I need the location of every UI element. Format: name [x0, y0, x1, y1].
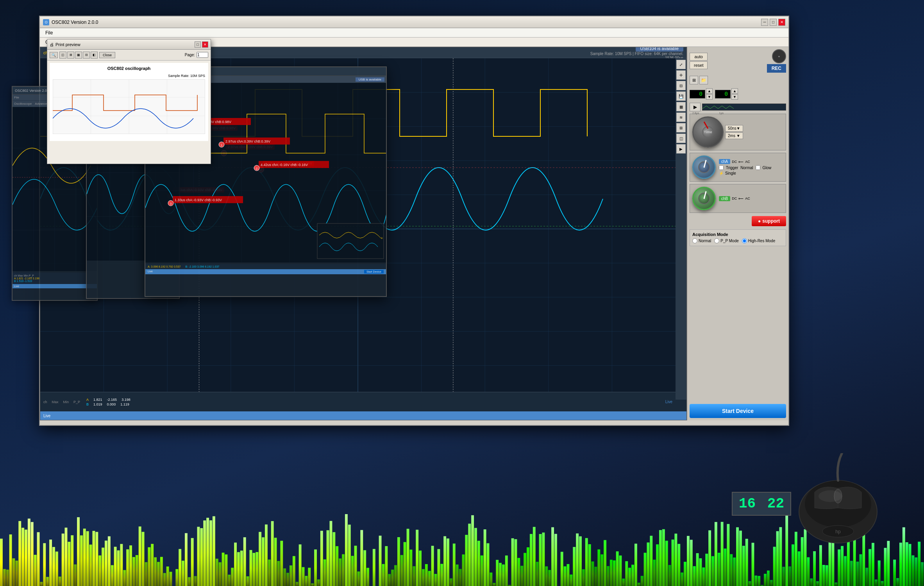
reset-button[interactable]: reset [690, 61, 708, 69]
close-button[interactable]: ✕ [778, 19, 785, 26]
bg-meas-a: A 1.821 -2.165 3.198 [14, 277, 95, 280]
menu-bar: File [40, 28, 788, 38]
print-icon-3[interactable]: ▦ [75, 52, 82, 59]
print-graph-title: OSC802 oscillograph [53, 66, 205, 71]
print-close-button[interactable]: Close [99, 52, 115, 58]
svg-point-75 [819, 490, 842, 502]
cha-controls: chA DC ⟵ AC Trigger Normal Glow [719, 159, 771, 175]
cha-knob[interactable] [692, 155, 716, 179]
counter-left: 0 [690, 90, 705, 98]
expand-icon[interactable]: ◫ [676, 134, 686, 143]
increment-left[interactable]: ▲ [706, 88, 713, 94]
zoom-icon[interactable]: ⤢ [676, 60, 686, 69]
svg-text:4.42us chA:-0.16V chB:-0.16V: 4.42us chA:-0.16V chB:-0.16V [261, 163, 308, 167]
eq-icon[interactable]: ⊞ [690, 76, 698, 84]
measure-icon[interactable]: ⊟ [676, 81, 686, 90]
bg-win1-menu-file: File [14, 96, 19, 99]
spinner-left: ▲ ▼ [706, 88, 713, 100]
print-icon-4[interactable]: ⊟ [83, 52, 90, 59]
cha-dc-label: DC [732, 160, 737, 164]
app-icon: ⊙ [43, 19, 49, 25]
play-button[interactable]: ▶ [690, 103, 701, 111]
print-preview-maximize[interactable]: □ [195, 41, 201, 48]
acq-highres-radio[interactable] [742, 238, 747, 243]
sample-rate-info: Sample Rate: 10M SPS | FIFO size: 64K pe… [590, 52, 683, 56]
meas-chb-max: 1.019 [93, 402, 102, 406]
bg-win1-meas: ch Max Min P_P A 1.821 -2.165 3.198 B 1.… [13, 273, 97, 284]
support-button[interactable]: ● support [752, 216, 786, 226]
meas-data: A 1.821 -2.165 3.198 B 1.019 0.000 1.119 [86, 398, 130, 406]
glow-checkbox[interactable] [756, 165, 760, 170]
print-preview-toolbar: 🔍 ◫ ⊞ ▦ ⊟ ◧ Close Page: [47, 50, 211, 61]
print-icon-2[interactable]: ⊞ [67, 52, 74, 59]
app-title: OSC802 Version 2.0.0 [52, 20, 759, 25]
print-preview-win-controls: □ ✕ [195, 41, 208, 48]
svg-text:1.33us chA:-0.93V chB:-0.93V: 1.33us chA:-0.93V chB:-0.93V [175, 198, 222, 202]
glow-label: Glow [763, 166, 772, 170]
single-label: Single [725, 171, 736, 175]
page-number-input[interactable] [197, 52, 208, 58]
svg-text:hp: hp [835, 529, 841, 534]
chart-icon[interactable]: ▦ [676, 102, 686, 111]
counter-right: 0 [715, 90, 731, 98]
support-row: ● support [690, 216, 786, 226]
spinner-right: ▲ ▼ [731, 88, 738, 100]
meas-cha-label: A [86, 398, 89, 402]
cha-knob-row: chA DC ⟵ AC Trigger Normal Glow [692, 155, 783, 179]
status-live-bottom: Live [43, 414, 50, 418]
decrement-left[interactable]: ▼ [706, 94, 713, 100]
side-toolbar: ⤢ ✛ ⊟ 💾 ▦ ≋ ⊞ ◫ ▶ [676, 58, 686, 400]
acq-pp-radio[interactable] [714, 238, 719, 243]
save-icon[interactable]: 💾 [676, 91, 686, 101]
acq-highres: High-Res Mode [742, 238, 775, 243]
bg-win3-start-device: Start Device [364, 270, 384, 273]
time-knob-wrap: 2.8µs 1µs Time [692, 116, 724, 148]
meas-row-a: A 1.821 -2.165 3.198 [86, 398, 130, 402]
trigger-normal-label: Normal [740, 166, 753, 170]
menu-file[interactable]: File [43, 29, 55, 36]
bg-meas-b: B 1.519 -1.519 [14, 280, 95, 282]
fft-icon[interactable]: ≋ [676, 113, 686, 122]
print-icon-5[interactable]: ◧ [91, 52, 98, 59]
page-label: Page: [185, 53, 195, 57]
meas-chb-min: 0.000 [107, 402, 116, 406]
start-device-button[interactable]: Start Device [690, 404, 786, 418]
decrement-right[interactable]: ▼ [731, 94, 738, 100]
print-waveform [53, 79, 205, 134]
print-preview-zoom[interactable]: 🔍 [50, 52, 58, 58]
time-knob[interactable]: Time [692, 116, 724, 148]
rec-circle-button[interactable]: ● [772, 49, 786, 63]
time-div-2[interactable]: 2ms ▼ [725, 132, 743, 139]
chb-knob[interactable] [692, 187, 716, 210]
acquisition-title: Acquisition Mode [692, 232, 783, 237]
chb-coupling-toggle[interactable]: ⟵ [738, 197, 743, 200]
chb-badge: chB [719, 196, 730, 201]
print-icon-1[interactable]: ◫ [59, 52, 66, 59]
bg3-meas-b: B: -2.100 3.096 8.192 1.037 [185, 265, 219, 268]
window-controls: ─ □ ✕ [761, 19, 785, 26]
maximize-button[interactable]: □ [770, 19, 777, 26]
time-div-1[interactable]: 50ns ▼ [725, 125, 743, 132]
folder-icon[interactable]: 📁 [699, 76, 708, 84]
svg-text:2: 2 [256, 167, 258, 170]
print-sample-rate: Sample Rate: 10M SPS [53, 74, 205, 78]
number-displays: 0 ▲ ▼ 0 ▲ ▼ [690, 88, 786, 100]
print-preview-close-icon[interactable]: ✕ [202, 41, 208, 48]
auto-button[interactable]: auto [690, 53, 708, 61]
print-toolbar-icons: ◫ ⊞ ▦ ⊟ ◧ [59, 52, 98, 59]
icon-row: ⊞ 📁 [690, 76, 786, 84]
cha-knob-section: chA DC ⟵ AC Trigger Normal Glow [690, 153, 786, 182]
title-bar: ⊙ OSC802 Version 2.0.0 ─ □ ✕ [40, 16, 788, 28]
acq-normal-radio[interactable] [692, 238, 697, 243]
grid-icon[interactable]: ⊞ [676, 123, 686, 132]
cha-coupling-toggle[interactable]: ⟵ [738, 160, 743, 164]
increment-right[interactable]: ▲ [731, 88, 738, 94]
arrow-right-icon[interactable]: ▶ [676, 144, 686, 154]
cursor-icon[interactable]: ✛ [676, 70, 686, 80]
rec-button[interactable]: REC [767, 64, 786, 73]
meas-cha-max: 1.821 [93, 398, 102, 402]
bg-win1-live: Live [13, 284, 97, 288]
minimize-button[interactable]: ─ [761, 19, 768, 26]
chb-label-row: chB DC ⟵ AC [719, 196, 750, 201]
trigger-checkbox[interactable] [719, 165, 724, 170]
